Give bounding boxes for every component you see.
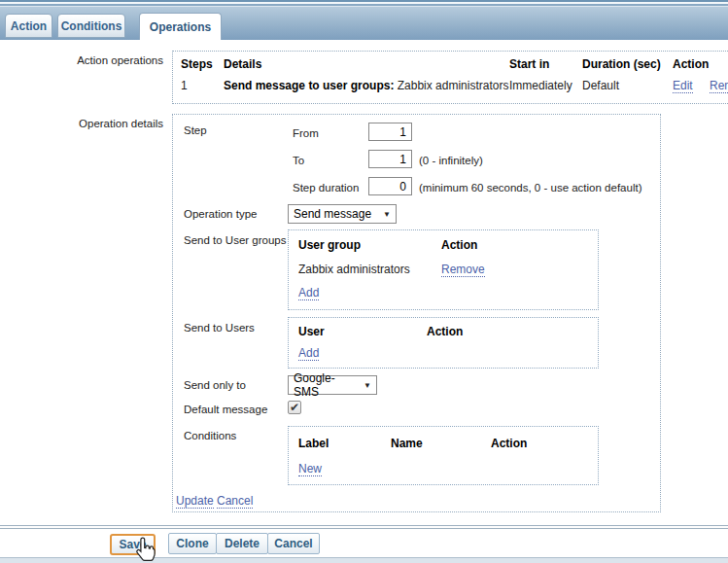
step-from-input[interactable] — [368, 123, 412, 141]
column-header-details: Details — [224, 57, 261, 71]
edit-operation-link[interactable]: Edit — [673, 79, 693, 93]
column-header-duration: Duration (sec) — [582, 57, 661, 71]
to-label: To — [293, 155, 304, 166]
column-header-user-group: User group — [298, 238, 361, 252]
column-header-start-in: Start in — [509, 57, 549, 71]
chevron-down-icon: ▼ — [383, 210, 391, 219]
default-message-checkbox[interactable]: ✔ — [288, 401, 301, 414]
operation-step-cell: 1 — [181, 79, 188, 92]
send-to-users-label: Send to Users — [184, 322, 255, 334]
send-to-user-groups-label: Send to User groups — [184, 234, 286, 246]
conditions-label: Conditions — [184, 430, 236, 441]
column-header-label: Label — [298, 437, 329, 450]
clone-button[interactable]: Clone — [168, 533, 217, 554]
operation-start-in-cell: Immediately — [509, 79, 572, 92]
delete-button[interactable]: Delete — [216, 533, 268, 554]
column-header-action: Action — [673, 57, 709, 71]
remove-user-group-link[interactable]: Remove — [441, 263, 485, 277]
user-group-cell: Zabbix administrators — [298, 263, 410, 276]
checkmark-icon: ✔ — [290, 401, 299, 414]
operation-details-form: Step From To (0 - infinitely) Step durat… — [172, 114, 661, 512]
to-hint: (0 - infinitely) — [419, 155, 483, 166]
save-button[interactable]: Save — [110, 534, 156, 555]
users-table: User Action Add — [288, 317, 599, 369]
tab-operations[interactable]: Operations — [139, 13, 222, 40]
send-only-to-value: Google-SMS — [294, 371, 356, 399]
cancel-operation-link[interactable]: Cancel — [217, 494, 253, 509]
send-only-to-label: Send only to — [184, 379, 246, 391]
send-only-to-select[interactable]: Google-SMS ▼ — [288, 375, 377, 395]
conditions-table: Label Name Action New — [288, 426, 599, 485]
step-duration-input[interactable] — [368, 177, 412, 195]
operation-duration-cell: Default — [582, 79, 619, 92]
new-condition-link[interactable]: New — [298, 462, 322, 476]
operation-details-label: Operation details — [0, 118, 163, 129]
operation-type-value: Send message — [294, 207, 371, 221]
column-header-action: Action — [491, 437, 527, 450]
column-header-action: Action — [427, 325, 463, 338]
tab-action[interactable]: Action — [5, 14, 52, 38]
step-duration-label: Step duration — [293, 182, 359, 194]
remove-operation-link[interactable]: Remove — [710, 79, 728, 93]
operation-details-cell: Send message to user groups: Zabbix admi… — [224, 79, 508, 92]
column-header-name: Name — [391, 437, 423, 450]
update-operation-link[interactable]: Update — [176, 494, 214, 509]
tab-bar: Action Conditions Operations — [0, 7, 728, 40]
operation-type-select[interactable]: Send message ▼ — [288, 204, 397, 224]
add-user-link[interactable]: Add — [298, 346, 319, 361]
step-to-input[interactable] — [368, 150, 412, 168]
user-groups-table: User group Action Zabbix administrators … — [288, 229, 599, 310]
column-header-action: Action — [441, 238, 477, 252]
action-operations-table: Steps Details Start in Duration (sec) Ac… — [172, 51, 728, 104]
from-label: From — [293, 127, 319, 139]
column-header-user: User — [298, 325, 325, 338]
footer-divider — [0, 525, 728, 529]
action-operations-label: Action operations — [0, 54, 163, 66]
operation-type-label: Operation type — [184, 208, 257, 220]
default-message-label: Default message — [184, 404, 267, 415]
add-user-group-link[interactable]: Add — [298, 286, 319, 300]
step-duration-hint: (minimum 60 seconds, 0 - use action defa… — [419, 182, 641, 194]
tab-conditions[interactable]: Conditions — [57, 14, 125, 38]
bottom-status-strip — [0, 557, 728, 563]
chevron-down-icon: ▼ — [364, 381, 371, 390]
column-header-steps: Steps — [181, 57, 213, 71]
cancel-button[interactable]: Cancel — [267, 533, 320, 554]
step-label: Step — [184, 124, 207, 136]
